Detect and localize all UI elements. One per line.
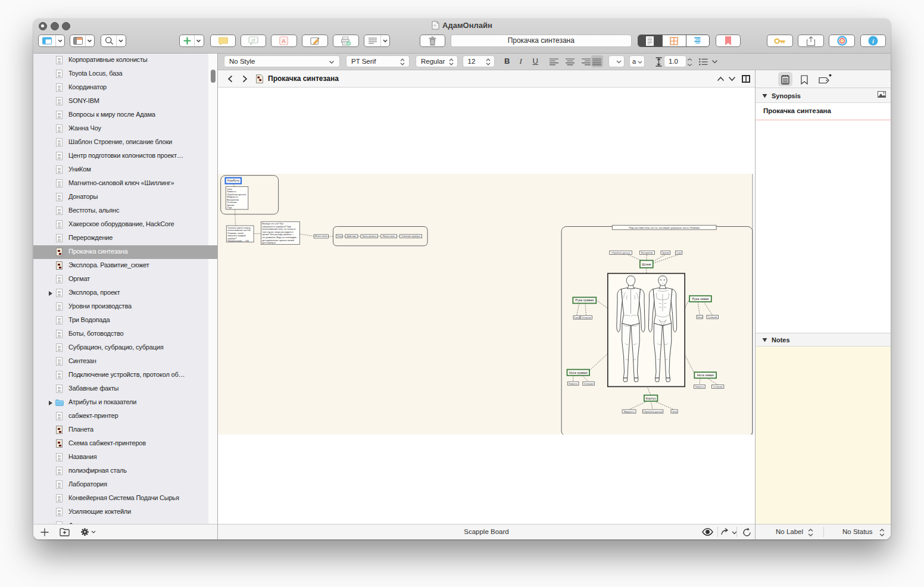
svg-text:Рука правая: Рука правая <box>575 298 594 302</box>
svg-text:Обработка данных: Обработка данных <box>611 252 630 254</box>
svg-text:Зрение: Зрение <box>662 252 669 254</box>
svg-text:Осязание: Осязание <box>582 317 591 319</box>
svg-text:Вообще что это? Как: Вообще что это? Как <box>262 223 283 225</box>
svg-text:Слух: Слух <box>227 207 232 209</box>
svg-text:Атрибуты: Атрибуты <box>227 179 239 182</box>
svg-text:Живучесть: Живучесть <box>227 196 238 198</box>
svg-text:Ловкость: Ловкость <box>695 386 704 388</box>
svg-text:повысить каждый: повысить каждый <box>227 235 245 237</box>
svg-text:Сколько нужно секунд: Сколько нужно секунд <box>227 227 251 229</box>
svg-text:Осязание: Осязание <box>583 383 593 385</box>
svg-text:Предположим — 100: Предположим — 100 <box>227 240 249 242</box>
svg-text:Сила: Сила <box>672 411 677 413</box>
svg-text:Обработка данных: Обработка данных <box>227 193 246 196</box>
svg-text:Тело: Тело <box>337 235 342 238</box>
svg-text:Осязание: Осязание <box>227 201 237 204</box>
svg-text:Осязание: Осязание <box>708 316 717 319</box>
svg-text:для атрибута: для атрибута <box>262 242 276 244</box>
svg-text:cf: cf <box>252 38 256 43</box>
svg-text:для укрепления нужных связей: для укрепления нужных связей <box>262 239 294 242</box>
svg-text:Восприятие: Восприятие <box>641 252 653 254</box>
svg-text:Сила: Сила <box>227 188 233 191</box>
svg-text:Нога правая: Нога правая <box>569 371 588 374</box>
svg-text:Действие: Действие <box>347 235 357 238</box>
svg-text:Новая связь: Новая связь <box>383 235 395 238</box>
svg-text:Сила: Сила <box>697 316 703 319</box>
svg-text:нет развития. Ведь он необходи: нет развития. Ведь он необходим <box>262 236 296 239</box>
svg-text:Слух: Слух <box>676 252 681 254</box>
svg-text:оргмат! Без расхода оргмата —: оргмат! Без расхода оргмата — <box>262 233 294 236</box>
svg-text:Обработка данных: Обработка данных <box>644 411 663 413</box>
svg-text:Корпус: Корпус <box>645 396 656 400</box>
svg-text:Итого связь: Итого связь <box>315 235 327 238</box>
svg-text:Ловкость: Ловкость <box>227 191 236 193</box>
svg-text:Нога левая: Нога левая <box>697 373 714 377</box>
svg-text:Под частями тела это то, что м: Под частями тела это то, что может улучш… <box>629 226 700 229</box>
svg-text:использовании тела, но только: использовании тела, но только в <box>262 228 295 230</box>
svg-text:Зрение: Зрение <box>227 204 234 207</box>
svg-text:том случае, когда расходуется: том случае, когда расходуется <box>262 231 293 233</box>
svg-text:Осязание: Осязание <box>713 386 723 388</box>
svg-text:Восприятие: Восприятие <box>227 199 239 201</box>
svg-text:Трата оргмата: Трата оргмата <box>362 235 376 238</box>
svg-text:Сила: Сила <box>574 317 579 319</box>
svg-text:A: A <box>282 38 286 44</box>
svg-text:Усиление атрибута: Усиление атрибута <box>401 235 420 238</box>
svg-text:Шлем: Шлем <box>642 263 651 266</box>
svg-text:Рука левая: Рука левая <box>692 297 708 301</box>
svg-text:атрибут?: атрибут? <box>227 238 236 240</box>
svg-text:повышаются атрибуты? При: повышаются атрибуты? При <box>262 226 291 228</box>
svg-text:Уникома, чтобы: Уникома, чтобы <box>227 232 244 235</box>
svg-text:использования частей: использования частей <box>227 229 250 232</box>
svg-text:Живучесть: Живучесть <box>623 411 634 413</box>
svg-text:Ловкость: Ловкость <box>569 383 578 385</box>
